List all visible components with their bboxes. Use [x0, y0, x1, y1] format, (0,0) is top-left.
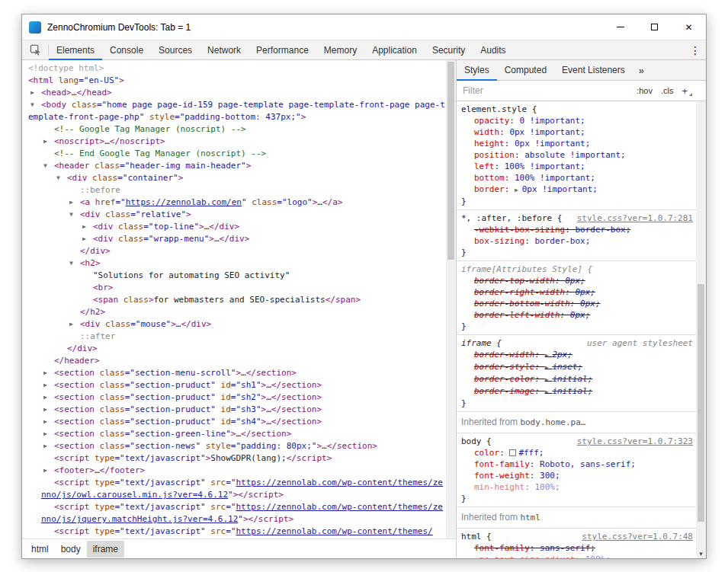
dom-tree-node[interactable]: ▶<noscript>…</noscript>	[22, 136, 446, 148]
rule-selector[interactable]: iframe {	[461, 337, 502, 349]
css-property[interactable]: border-image: ▶ initial;	[461, 385, 693, 398]
css-property[interactable]: bottom: 100% !important;	[461, 172, 693, 184]
maximize-button[interactable]	[637, 14, 672, 40]
css-property[interactable]: border: ▶ 0px !important;	[461, 184, 693, 196]
expand-arrow-icon[interactable]: ▶	[30, 87, 40, 99]
dom-tree-node[interactable]: ▶<a href="https://zennolab.com/en" class…	[22, 197, 446, 209]
css-property[interactable]: border-style: ▶ inset;	[461, 361, 693, 373]
rule-selector[interactable]: element.style {	[461, 104, 537, 115]
toggle-element-state-button[interactable]: :hov	[637, 86, 653, 95]
dom-tree-node[interactable]: <script type="text/javascript">ShowGDPR(…	[22, 452, 446, 465]
minimize-button[interactable]	[603, 14, 637, 40]
dom-tree-node[interactable]: <!-- Google Tag Manager (noscript) -->	[22, 123, 446, 136]
expand-arrow-icon[interactable]: ▶	[43, 404, 53, 416]
breadcrumb-body[interactable]: body	[55, 541, 87, 558]
tab-memory[interactable]: Memory	[316, 40, 364, 59]
expand-shorthand-icon[interactable]: ▶	[545, 364, 553, 371]
attribute-link[interactable]: https://zennolab.com/wp-content/themes/	[236, 526, 432, 536]
scrollbar-thumb[interactable]	[698, 284, 704, 522]
tab-security[interactable]: Security	[425, 40, 473, 59]
dom-tree-node[interactable]: ▼<div class="container">	[22, 172, 446, 184]
dom-tree-node[interactable]: <html lang="en-US">	[22, 75, 446, 87]
expand-arrow-icon[interactable]: ▶	[69, 318, 79, 331]
tab-console[interactable]: Console	[102, 40, 151, 59]
color-swatch[interactable]	[509, 449, 516, 456]
dom-tree-node[interactable]: ▶<section class="section-pruduct" id="sh…	[22, 416, 446, 428]
tab-sources[interactable]: Sources	[151, 40, 200, 59]
css-property[interactable]: opacity: 0 !important;	[461, 115, 693, 126]
inherited-node-link[interactable]: body.home.pa…	[520, 417, 585, 427]
expand-arrow-icon[interactable]: ▶	[43, 416, 53, 428]
styles-scrollbar[interactable]: ▾	[696, 101, 706, 558]
close-button[interactable]: ✕	[672, 14, 706, 40]
dom-tree-node[interactable]: ▶<footer>…</footer>	[22, 465, 446, 477]
rule-selector[interactable]: html {	[461, 531, 492, 542]
expand-arrow-icon[interactable]: ▶	[43, 440, 53, 452]
more-options-button[interactable]: ⋮	[685, 40, 706, 59]
css-property[interactable]: border-left-width: 0px;	[461, 309, 693, 321]
dom-tree-node[interactable]: <!doctype html>	[22, 62, 446, 75]
css-property[interactable]: box-sizing: border-box;	[461, 235, 693, 247]
tab-performance[interactable]: Performance	[249, 40, 316, 59]
breadcrumb-iframe[interactable]: iframe	[87, 541, 124, 558]
styles-filter-input[interactable]	[463, 85, 630, 96]
inspect-element-button[interactable]	[22, 40, 48, 59]
expand-shorthand-icon[interactable]: ▶	[545, 352, 553, 359]
breadcrumb-html[interactable]: html	[25, 541, 55, 558]
dom-tree-node[interactable]: </div>	[22, 343, 446, 355]
dom-tree-node[interactable]: <script type="text/javascript" src="http…	[22, 526, 446, 538]
window-titlebar[interactable]: ZennoChromium DevTools: Tab = 1 ✕	[22, 14, 706, 40]
stylesheet-source-link[interactable]: style.css?ver=1.0.7:323	[571, 436, 693, 447]
dom-tree-node[interactable]: ▶<section class="section-green-line">…</…	[22, 428, 446, 440]
expand-arrow-icon[interactable]: ▶	[82, 221, 91, 233]
dom-tree-node[interactable]: ▶<div class="wrapp-menu">…</div>	[22, 233, 446, 245]
elements-scrollbar[interactable]	[446, 60, 456, 538]
rule-selector[interactable]: *, :after, :before {	[461, 213, 562, 224]
expand-shorthand-icon[interactable]: ▶	[545, 376, 553, 383]
scroll-down-arrow-icon[interactable]: ▾	[696, 548, 706, 558]
dom-tree-node[interactable]: <!-- End Google Tag Manager (noscript) -…	[22, 148, 446, 160]
expand-arrow-icon[interactable]: ▶	[69, 197, 79, 209]
new-style-rule-button[interactable]: +	[681, 85, 692, 97]
dom-tree-node[interactable]: ▶<section class="section-pruduct" id="sh…	[22, 404, 446, 416]
attribute-link[interactable]: https://zennolab.com/en	[126, 197, 242, 207]
dom-tree-node[interactable]: "Solutions for automating SEO activity"	[22, 270, 446, 282]
expand-arrow-icon[interactable]: ▶	[43, 428, 53, 440]
dom-tree-node[interactable]: ▼<header class="header-img main-header">	[22, 160, 446, 172]
expand-shorthand-icon[interactable]: ▶	[545, 388, 553, 395]
dom-tree-node[interactable]: <br>	[22, 282, 446, 294]
tab-elements[interactable]: Elements	[49, 40, 102, 59]
expand-arrow-icon[interactable]: ▶	[43, 379, 53, 391]
collapse-arrow-icon[interactable]: ▼	[69, 257, 79, 270]
sidebar-tab-event-listeners[interactable]: Event Listeners	[554, 60, 633, 80]
dom-tree-node[interactable]: <span class>for webmasters and SEO-speci…	[22, 294, 446, 306]
collapse-arrow-icon[interactable]: ▼	[30, 99, 40, 111]
dom-tree-node[interactable]: ▶<section class="section-news" style="pa…	[22, 440, 446, 452]
expand-arrow-icon[interactable]: ▶	[82, 233, 91, 245]
dom-tree-node[interactable]: ▶<div class="mouse">…</div>	[22, 318, 446, 331]
dom-tree-node[interactable]: </div>	[22, 245, 446, 257]
tab-application[interactable]: Application	[364, 40, 425, 59]
dom-tree-node[interactable]: ▶<div class="top-line">…</div>	[22, 221, 446, 233]
css-property[interactable]: left: 100% !important;	[461, 161, 693, 172]
dom-tree-node[interactable]: ::before	[22, 184, 446, 197]
dom-tree-node[interactable]: <script type="text/javascript" src="http…	[22, 501, 446, 526]
tab-audits[interactable]: Audits	[473, 40, 513, 59]
css-property[interactable]: -webkit-box-sizing: border-box;	[461, 224, 693, 235]
dom-tree-node[interactable]: ::after	[22, 331, 446, 343]
css-property[interactable]: font-family: sans-serif;	[461, 542, 693, 554]
dom-tree-node[interactable]: ▼<div class="relative">	[22, 209, 446, 221]
rule-selector[interactable]: body {	[461, 436, 492, 447]
rule-selector[interactable]: iframe[Attributes Style] {	[461, 264, 592, 275]
dom-tree-node[interactable]: <script type="text/javascript" src="http…	[22, 477, 446, 501]
sidebar-tab-styles[interactable]: Styles	[457, 60, 497, 80]
dom-tree-node[interactable]: ▼<h2>	[22, 257, 446, 270]
css-property[interactable]: border-right-width: 0px;	[461, 286, 693, 298]
dom-tree-node[interactable]: ▶<section class="section-pruduct" id="sh…	[22, 391, 446, 404]
css-property[interactable]: font-family: Roboto, sans-serif;	[461, 459, 693, 470]
dom-tree-node[interactable]: </h2>	[22, 306, 446, 318]
dom-tree-node[interactable]: </header>	[22, 355, 446, 367]
collapse-arrow-icon[interactable]: ▼	[56, 172, 66, 184]
stylesheet-source-link[interactable]: style.css?ver=1.0.7:48	[576, 531, 693, 542]
css-property[interactable]: border-color: ▶ initial;	[461, 373, 693, 385]
